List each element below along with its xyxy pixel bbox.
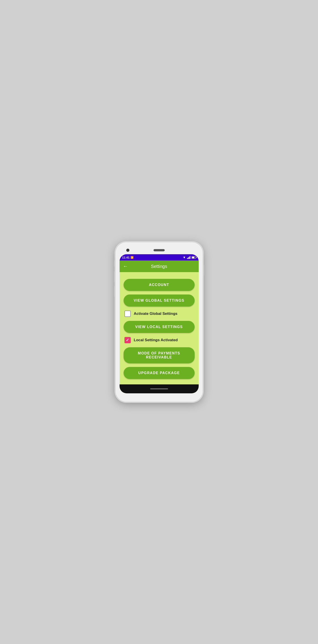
ear-speaker — [154, 249, 165, 251]
mode-payments-button[interactable]: MODE OF PAYMENTS RECEIVABLE — [124, 347, 195, 363]
home-indicator — [150, 388, 168, 389]
activate-global-settings-checkbox[interactable] — [124, 310, 131, 317]
local-settings-activated-checkbox[interactable] — [124, 337, 131, 343]
page-title: Settings — [131, 264, 188, 269]
local-settings-activated-label: Local Settings Activated — [134, 338, 178, 342]
settings-content: ACCOUNT VIEW GLOBAL SETTINGS Activate Gl… — [120, 272, 199, 384]
phone-shell: 11:41 📶 ▼ ← Settings — [116, 242, 203, 402]
back-button[interactable]: ← — [123, 264, 128, 269]
phone-screen: 11:41 📶 ▼ ← Settings — [120, 254, 199, 393]
bottom-nav-bar — [120, 384, 199, 393]
view-local-settings-button[interactable]: VIEW LOCAL SETTINGS — [124, 321, 195, 333]
power-button — [203, 264, 204, 276]
bottom-bezel — [120, 393, 199, 398]
status-bar: 11:41 📶 ▼ — [120, 254, 199, 260]
top-bezel — [120, 246, 199, 254]
wifi-icon: ▼ — [183, 256, 186, 259]
app-bar: ← Settings — [120, 260, 199, 272]
signal-icon — [187, 256, 190, 259]
battery-icon — [192, 256, 196, 259]
silent-button — [114, 260, 116, 267]
upgrade-package-button[interactable]: UPGRADE PACKAGE — [124, 367, 195, 379]
account-button[interactable]: ACCOUNT — [124, 279, 195, 291]
time-text: 11:41 — [122, 256, 130, 259]
volume-down-button — [114, 286, 116, 297]
volume-up-button — [114, 271, 116, 282]
sim-icon: 📶 — [130, 256, 134, 259]
status-icons: ▼ — [183, 256, 196, 259]
activate-global-settings-row: Activate Global Settings — [124, 310, 195, 317]
activate-global-settings-label: Activate Global Settings — [134, 312, 178, 316]
front-camera — [126, 249, 129, 252]
status-time: 11:41 📶 — [122, 256, 134, 259]
view-global-settings-button[interactable]: VIEW GLOBAL SETTINGS — [124, 294, 195, 306]
local-settings-activated-row: Local Settings Activated — [124, 336, 195, 344]
